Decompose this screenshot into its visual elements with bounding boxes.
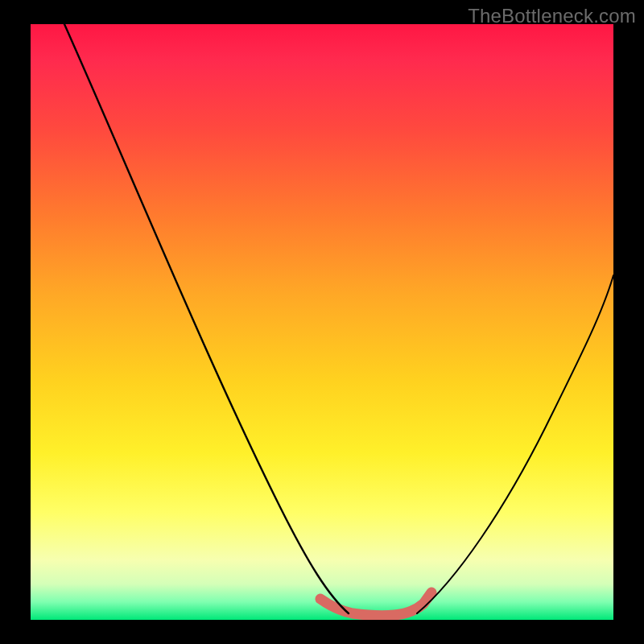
plot-area <box>31 24 613 620</box>
right-arm-path <box>417 275 613 613</box>
watermark-label: TheBottleneck.com <box>468 5 636 27</box>
valley-highlight-path <box>320 592 431 616</box>
curve-layer <box>31 24 613 620</box>
left-arm-path <box>64 24 349 613</box>
chart-frame: TheBottleneck.com <box>0 0 644 644</box>
